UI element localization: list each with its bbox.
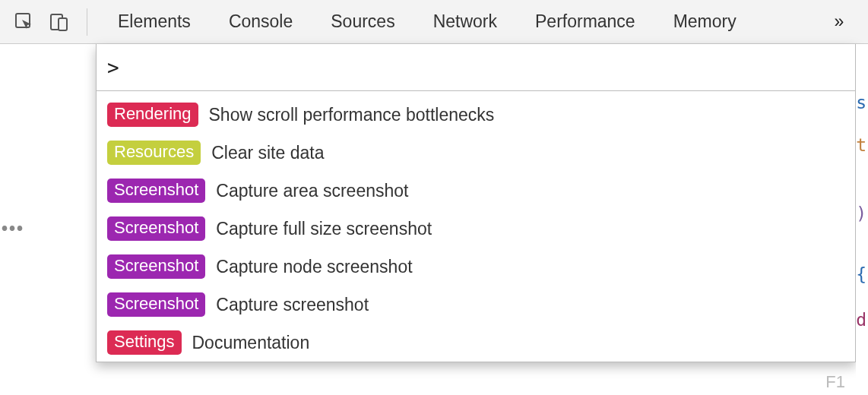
command-item[interactable]: Rendering Show scroll performance bottle… [97, 96, 855, 134]
command-menu: > Rendering Show scroll performance bott… [96, 44, 856, 362]
command-badge: Screenshot [107, 292, 205, 317]
command-badge: Screenshot [107, 179, 205, 203]
tab-performance[interactable]: Performance [535, 11, 635, 32]
shortcut-hint: F1 [825, 372, 845, 392]
tab-sources[interactable]: Sources [331, 11, 394, 32]
device-toggle-icon[interactable] [49, 11, 70, 33]
command-item[interactable]: Screenshot Capture node screenshot [97, 248, 855, 286]
left-gutter: ••• [0, 44, 96, 395]
right-edge-cropped: s t ) { d [856, 44, 868, 395]
tabs-overflow-button[interactable]: » [824, 11, 854, 32]
tab-memory[interactable]: Memory [673, 11, 737, 32]
command-badge: Screenshot [107, 254, 205, 279]
tab-console[interactable]: Console [229, 11, 293, 32]
command-label: Capture node screenshot [216, 257, 412, 277]
command-label: Clear site data [211, 143, 324, 163]
command-label: Capture screenshot [216, 295, 369, 315]
command-menu-results: Rendering Show scroll performance bottle… [97, 91, 855, 362]
command-label: Show scroll performance bottlenecks [209, 105, 495, 125]
command-badge: Rendering [107, 103, 198, 127]
command-item[interactable]: Resources Clear site data [97, 134, 855, 172]
command-prompt-glyph: > [107, 56, 119, 79]
command-item[interactable]: Settings Documentation [97, 324, 855, 362]
command-label: Documentation [192, 333, 310, 353]
command-menu-input[interactable]: > [97, 44, 855, 91]
toolbar-icons [14, 8, 87, 36]
command-item[interactable]: Screenshot Capture full size screenshot [97, 210, 855, 248]
tab-elements[interactable]: Elements [118, 11, 191, 32]
svg-rect-2 [59, 18, 67, 30]
command-label: Capture area screenshot [216, 181, 408, 201]
ellipsis-icon: ••• [2, 219, 24, 239]
devtools-toolbar: Elements Console Sources Network Perform… [0, 0, 868, 44]
tab-network[interactable]: Network [433, 11, 497, 32]
command-badge: Settings [107, 330, 182, 355]
devtools-tabs: Elements Console Sources Network Perform… [87, 11, 824, 32]
command-badge: Resources [107, 141, 201, 165]
chevron-double-right-icon: » [835, 11, 844, 32]
command-item[interactable]: Screenshot Capture area screenshot [97, 172, 855, 210]
inspect-icon[interactable] [14, 11, 35, 33]
command-badge: Screenshot [107, 216, 205, 241]
command-item[interactable]: Screenshot Capture screenshot [97, 286, 855, 324]
command-label: Capture full size screenshot [216, 219, 432, 239]
